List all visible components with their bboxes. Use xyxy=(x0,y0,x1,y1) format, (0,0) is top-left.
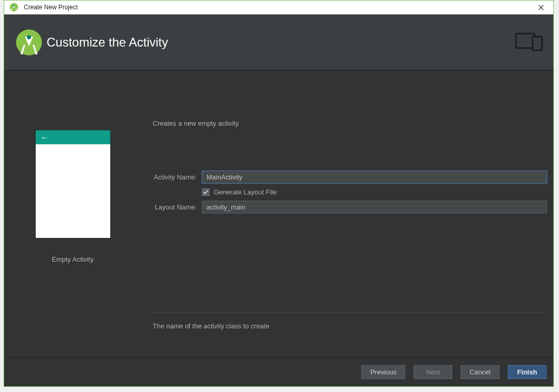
wizard-content: ← Empty Activity Creates a new empty act… xyxy=(4,70,553,386)
window-close-button[interactable] xyxy=(531,1,551,14)
activity-preview: ← xyxy=(36,130,110,238)
svg-point-1 xyxy=(13,5,14,6)
separator xyxy=(153,312,547,312)
titlebar: Create New Project xyxy=(4,1,553,14)
layout-name-row: Layout Name: xyxy=(141,201,547,214)
back-arrow-icon: ← xyxy=(41,133,49,142)
generate-layout-checkbox[interactable] xyxy=(202,188,210,196)
generate-layout-label: Generate Layout File xyxy=(214,188,276,196)
wizard-footer: Previous Next Cancel Finish xyxy=(4,357,553,386)
android-studio-logo-icon xyxy=(16,29,42,56)
activity-name-input[interactable] xyxy=(202,171,547,184)
layout-name-label: Layout Name: xyxy=(141,203,202,211)
generate-layout-row: Generate Layout File xyxy=(202,188,547,196)
dialog-window: Create New Project Customize the Activit… xyxy=(4,0,554,387)
layout-name-input[interactable] xyxy=(202,201,547,214)
android-studio-icon xyxy=(9,3,19,12)
close-icon xyxy=(538,5,544,10)
svg-point-4 xyxy=(21,52,23,54)
svg-point-3 xyxy=(27,35,31,39)
preview-appbar: ← xyxy=(36,130,110,144)
activity-name-label: Activity Name: xyxy=(141,173,202,181)
activity-name-row: Activity Name: xyxy=(141,171,547,184)
form-hint: The name of the activity class to create xyxy=(153,322,547,330)
window-title: Create New Project xyxy=(24,4,531,11)
checkmark-icon xyxy=(203,189,209,195)
wizard-title: Customize the Activity xyxy=(47,35,168,50)
device-frame-icon xyxy=(515,33,544,52)
next-button: Next xyxy=(414,365,452,379)
svg-point-5 xyxy=(35,52,38,54)
finish-button[interactable]: Finish xyxy=(508,365,547,379)
content-body: ← Empty Activity Creates a new empty act… xyxy=(4,70,553,357)
previous-button[interactable]: Previous xyxy=(361,365,405,379)
svg-rect-7 xyxy=(533,37,542,50)
preview-pane: ← Empty Activity xyxy=(4,70,141,357)
wizard-header: Customize the Activity xyxy=(4,14,553,70)
cancel-button[interactable]: Cancel xyxy=(461,365,499,379)
preview-label: Empty Activity xyxy=(52,255,94,263)
form-pane: Creates a new empty activity Activity Na… xyxy=(141,70,553,357)
form-description: Creates a new empty activity xyxy=(153,119,547,127)
